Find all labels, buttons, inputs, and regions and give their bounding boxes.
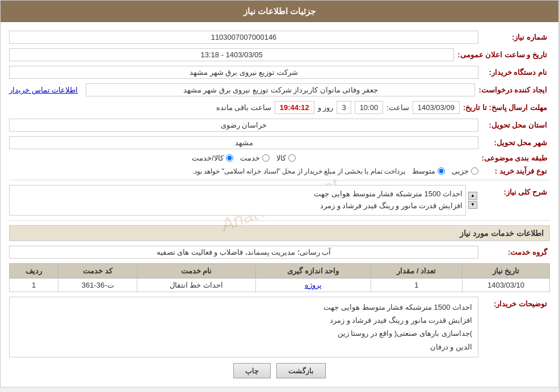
mohlat-date: 1403/03/09 [413, 101, 460, 114]
mohlat-baki-label: ساعت باقی مانده [216, 103, 271, 112]
tarikh-elan-label: تاریخ و ساعت اعلان عمومی: [457, 50, 550, 59]
nooe-desc: پرداخت تمام یا بخشی از مبلغ خریدار از مح… [9, 167, 405, 175]
nooe-jozi-label: جزیی [452, 167, 469, 175]
ijad-row: ایجاد کننده درخواست: جعفر وفائی مانوان ک… [9, 83, 550, 96]
grooh-khadamat-label: گروه خدمت: [482, 248, 550, 256]
mohlat-label: مهلت ارسال پاسخ: تا تاریخ: [463, 103, 550, 112]
tabaqe-khadamat-label: خدمت [240, 154, 260, 162]
nooe-jozi-radio[interactable] [471, 167, 478, 175]
table-row: 1403/03/101پروژهاحداث خط انتقالت-36-3611 [10, 278, 550, 292]
ostan-value: خراسان رضوی [9, 119, 478, 132]
col-nam-header: نام خدمت [137, 263, 255, 278]
cell-kod: ت-36-361 [58, 278, 137, 292]
cell-tarikh: 1403/03/10 [462, 278, 549, 292]
shomara-niaz-value: 1103007007000146 [9, 31, 478, 44]
col-kod-header: کد خدمت [58, 263, 137, 278]
nooe-motavaset-radio[interactable] [438, 167, 445, 175]
content-area: AnatTender.net شماره نیاز: 1103007007000… [1, 22, 558, 387]
tabaqe-kala-khadamat-label: کالا/خدمت [192, 154, 224, 162]
tabaqe-kala-khadamat-option: کالا/خدمت [192, 154, 233, 162]
nooe-motavaset-option: متوسط [412, 167, 445, 175]
nam-dastgah-label: نام دستگاه خریدار: [482, 68, 550, 77]
btn-row: بازگشت چاپ [9, 363, 550, 378]
divider2 [9, 220, 550, 221]
tosih-box: احداث 1500 مترشبکه فشار متوسط هوایی جهت … [9, 297, 478, 358]
tosih-label: توضیحات خریدار: [482, 297, 550, 308]
cell-vahed: پروژه [255, 278, 371, 292]
nam-dastgah-value: شرکت توزیع نیروی برق شهر مشهد [9, 66, 478, 79]
tosih-line3: )جداسازی بارهای صنعتی( واقع در روستا زین [15, 327, 472, 340]
shomara-niaz-label: شماره نیاز: [482, 33, 550, 41]
sharh-koli-text: احداث 1500 مترشبکه فشار متوسط هوایی جهت … [9, 185, 466, 216]
nooe-jozi-option: جزیی [452, 167, 478, 175]
shomara-niaz-row: شماره نیاز: 1103007007000146 [9, 31, 550, 44]
ijad-value: جعفر وفائی مانوان کاربرداز شرکت توزیع نی… [86, 83, 475, 96]
mohlat-countdown: 19:44:12 [275, 101, 314, 114]
sharh-line1: احداث 1500 مترشبکه فشار متوسط هوایی جهت [12, 188, 463, 200]
tabaqe-row: طبقه بندی موضوعی: کالا خدمت کالا/خدمت [9, 154, 550, 162]
sharh-koli-label: شرح کلی نیاز: [482, 185, 550, 196]
nooe-faraind-row: نوع فرآیند خرید : جزیی متوسط پرداخت تمام… [9, 167, 550, 175]
sharh-koli-row: شرح کلی نیاز: ▲ ▼ احداث 1500 مترشبکه فشا… [9, 185, 550, 216]
grooh-khadamat-row: گروه خدمت: آب رسانی؛ مدیریت پسماند، فاضل… [9, 246, 550, 259]
shahr-row: شهر محل تحویل: مشهد [9, 136, 550, 149]
grooh-khadamat-value: آب رسانی؛ مدیریت پسماند، فاضلاب و فعالیت… [9, 246, 478, 259]
sharh-line2: افزایش قدرت مانور و رینگ فیدر فرشاد و زم… [12, 200, 463, 212]
tabaqe-kala-radio[interactable] [288, 154, 296, 162]
tabaqe-kala-label: کالا [276, 154, 286, 162]
cell-tedad: 1 [371, 278, 462, 292]
ostan-row: استان محل تحویل: خراسان رضوی [9, 119, 550, 132]
ijad-contact-link[interactable]: اطلاعات تماس خریدار [9, 86, 78, 94]
tosih-line4: الدین و درفان [15, 340, 472, 353]
cell-nam: احداث خط انتقال [137, 278, 255, 292]
tosih-line1: احداث 1500 مترشبکه فشار متوسط هوایی جهت [15, 301, 472, 314]
tabaqe-kala-khadamat-radio[interactable] [226, 154, 233, 162]
khadamat-section-title: اطلاعات خدمات مورد نیاز [9, 225, 550, 241]
page-wrapper: جزئیات اطلاعات نیاز AnatTender.net شماره… [0, 0, 559, 387]
tosih-row: توضیحات خریدار: احداث 1500 مترشبکه فشار … [9, 297, 550, 358]
col-tedad-header: تعداد / مقدار [371, 263, 462, 278]
mohlat-saat-label: ساعت: [386, 103, 409, 112]
col-vahed-header: واحد اندازه گیری [255, 263, 371, 278]
service-table: تاریخ نیاز تعداد / مقدار واحد اندازه گیر… [9, 263, 550, 292]
nam-dastgah-row: نام دستگاه خریدار: شرکت توزیع نیروی برق … [9, 66, 550, 79]
mohlat-rooz-label: روز و [318, 103, 334, 112]
shahr-value: مشهد [9, 136, 478, 149]
tarikh-elan-row: تاریخ و ساعت اعلان عمومی: 1403/03/05 - 1… [9, 48, 550, 61]
divider1 [9, 180, 550, 180]
tabaqe-khadamat-option: خدمت [240, 154, 270, 162]
nooe-faraind-label: نوع فرآیند خرید : [482, 167, 550, 175]
page-title: جزئیات اطلاعات نیاز [243, 6, 316, 16]
ostan-label: استان محل تحویل: [482, 121, 550, 129]
nooe-radio-group: جزیی متوسط پرداخت تمام یا بخشی از مبلغ خ… [9, 167, 478, 175]
mohlat-saat: 10:00 [355, 101, 384, 114]
sharh-koli-container: ▲ ▼ احداث 1500 مترشبکه فشار متوسط هوایی … [9, 185, 478, 216]
scroll-arrows: ▲ ▼ [467, 185, 478, 216]
print-button[interactable]: چاپ [233, 363, 271, 378]
shahr-label: شهر محل تحویل: [482, 138, 550, 147]
tabaqe-label: طبقه بندی موضوعی: [481, 154, 550, 162]
page-header: جزئیات اطلاعات نیاز [1, 1, 558, 22]
ijad-label: ایجاد کننده درخواست: [478, 86, 550, 94]
scroll-down-btn[interactable]: ▼ [468, 201, 477, 209]
mohlat-rooz: 3 [337, 101, 351, 114]
tabaqe-khadamat-radio[interactable] [262, 154, 270, 162]
tabaqe-kala-option: کالا [276, 154, 296, 162]
tosih-line2: افزایش قدرت مانور و رینگ فیدر فرشاد و زم… [15, 314, 472, 327]
col-radif-header: ردیف [10, 263, 58, 278]
tarikh-elan-value: 1403/03/05 - 13:18 [9, 48, 454, 61]
cell-radif: 1 [10, 278, 58, 292]
mohlat-row: مهلت ارسال پاسخ: تا تاریخ: 1403/03/09 سا… [9, 101, 550, 114]
back-button[interactable]: بازگشت [276, 363, 326, 378]
tabaqe-radio-group: کالا خدمت کالا/خدمت [9, 154, 478, 162]
col-tarikh-header: تاریخ نیاز [462, 263, 549, 278]
scroll-up-btn[interactable]: ▲ [468, 192, 477, 200]
nooe-motavaset-label: متوسط [412, 167, 435, 175]
